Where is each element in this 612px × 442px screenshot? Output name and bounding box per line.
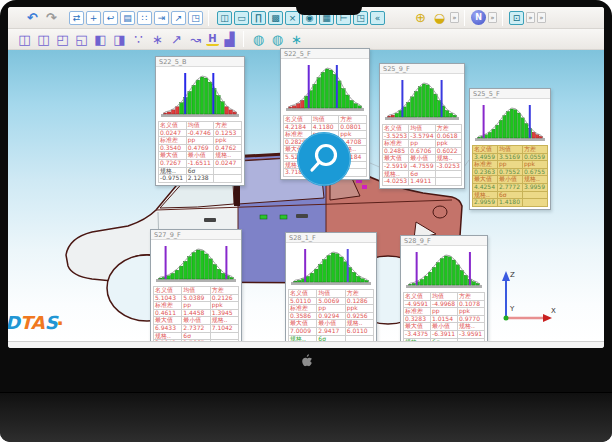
stats-cell: 1.4911 [409,178,435,186]
mirror-wings-icon[interactable]: « [370,11,385,25]
dropdown-expander-icon[interactable]: » [537,12,546,23]
edit-document-icon[interactable]: ↗ [171,11,186,25]
stats-cell: 2.9959 [473,199,498,207]
stats-row: 名义值均值方差 [404,293,485,301]
stats-cell: 0.0559 [523,153,548,161]
dropdown-expander-icon[interactable]: » [450,12,459,23]
locator-pins-icon[interactable]: ∵ [130,31,147,47]
measurement-panel-S28_9_F[interactable]: S28_9_F名义值均值方差-4.9591-4.99680.1078标准差ppp… [400,235,488,348]
stats-cell: -3.0253 [435,162,461,170]
stats-row: 最大值最小值规格.. [154,317,239,325]
stats-row: 4.42542.77723.9959 [473,183,548,191]
stats-cell [523,191,548,199]
measurement-panel-S25_9_F[interactable]: S25_9_F名义值均值方差-3.5253-3.57940.0618标准差ppp… [379,63,465,189]
measurement-panel-S27_9_F[interactable]: S27_9_F名义值均值方差5.10435.03890.2126标准差ppppk… [150,229,242,348]
export-document-icon[interactable]: ⇥ [154,11,169,25]
target-compass-icon[interactable]: ⊕ [412,10,429,26]
box-lock-icon[interactable]: ◨ [111,31,128,47]
tolerance-barrel-alt-icon[interactable]: ◍ [269,31,286,47]
assembly-view-icon[interactable]: ◧ [92,31,109,47]
stats-cell: -4.9968 [431,300,458,308]
report-preview-icon[interactable]: ∷ [137,11,152,25]
undo-icon[interactable]: ↶ [24,10,41,26]
stats-row: 0.0247-0.47460.1253 [159,129,242,137]
import-document-icon[interactable]: ↩ [103,11,118,25]
vector-measure-icon[interactable]: ↗ [168,31,185,47]
stats-row: 名义值均值方差 [154,287,239,295]
stats-table: 名义值均值方差-3.5253-3.57940.0618标准差ppppk0.248… [382,124,462,186]
stats-cell: ppk [458,308,485,316]
stats-cell: 规格.. [383,170,409,178]
stats-row: 标准差ppppk [154,302,239,310]
measurement-panel-S28_1_F[interactable]: S28_1_F名义值均值方差5.01105.00690.1286标准差ppppk… [285,232,377,348]
stats-row: 规格..6σ [154,332,239,340]
measurement-panel-S25_5_F[interactable]: S25_5_F名义值均值方差3.49593.51690.0559标准差ppppk… [469,88,551,210]
dropdown-expander-icon[interactable]: » [526,12,535,23]
stats-row: -4.9591-4.99680.1078 [404,300,485,308]
measurement-panel-S22_5_B[interactable]: S22_5_B名义值均值方差0.0247-0.47460.1253标准差pppp… [155,56,245,186]
copy-document-icon[interactable]: ◳ [188,11,203,25]
view-window-icon[interactable]: ▭ [234,11,249,25]
stats-cell [523,199,548,207]
stack-steps-icon[interactable]: ▟ [221,31,238,47]
stats-cell: 4.1180 [311,123,339,131]
panel-title: S22_5_B [156,57,244,67]
stats-row: 名义值均值方差 [473,146,548,154]
sphere-mode-icon[interactable]: N [471,10,486,25]
stats-cell: 5.0069 [317,297,345,305]
stats-cell: 最小值 [317,320,345,328]
add-clipboard-icon[interactable]: + [86,11,101,25]
protractor-icon[interactable]: ◒ [431,10,448,26]
view-pi-section-icon[interactable]: ∏ [251,11,266,25]
stats-cell: 2.9417 [317,327,345,335]
stats-cell: 规格.. [154,332,182,340]
part-box-icon[interactable]: ◰ [54,31,71,47]
assembly-tree-alt-icon[interactable]: ◫ [35,31,52,47]
stats-cell: 1.4458 [182,309,210,317]
stats-cell: 均值 [431,293,458,301]
height-measure-icon[interactable]: H [206,33,219,46]
monitor-chart-icon[interactable]: ⊡ [509,11,524,25]
part-box-alt-icon[interactable]: ◱ [73,31,90,47]
stats-row: 最大值最小值规格.. [159,152,242,160]
stats-cell: 6σ [186,167,214,175]
stats-cell: 0.0801 [339,123,367,131]
coordinate-triad: Z X Y [502,271,556,322]
point-measure-icon[interactable]: ↝ [187,31,204,47]
stats-row: 3.49593.51690.0559 [473,153,548,161]
stats-cell: 3.4959 [473,153,498,161]
stats-cell: 7.0009 [289,327,317,335]
stats-row: 最大值最小值规格.. [473,176,548,184]
stats-row: 最大值最小值规格.. [383,155,462,163]
stats-row: -3.4375-6.3911-3.9591 [404,330,485,338]
stats-cell: -4.0253 [383,178,409,186]
stats-row: 7.00092.94176.0110 [289,327,374,335]
stats-cell: 方差 [210,287,238,295]
webcam-notch [296,0,362,15]
stats-row: 0.35400.47690.4762 [159,144,242,152]
tolerance-barrel-icon[interactable]: ◍ [250,31,267,47]
snowflake-dof-icon[interactable]: ∗ [288,31,305,47]
redo-icon[interactable]: ↷ [43,10,60,26]
stats-row: 标准差ppppk [159,137,242,145]
dropdown-expander-icon[interactable]: » [488,12,497,23]
logo-tick: ▪ [58,319,63,327]
magnifier-button[interactable] [296,131,352,187]
stats-cell: ppk [523,161,548,169]
stats-cell: 规格.. [473,191,498,199]
logo-letter: D [8,312,20,333]
assembly-tree-icon[interactable]: ◫ [16,31,33,47]
stats-row: -2.5919-4.7559-3.0253 [383,162,462,170]
report-image-icon[interactable]: ▤ [120,11,135,25]
stats-row: 0.7267-1.65110.0247 [159,159,242,167]
view-dotted-region-icon[interactable]: ▩ [268,11,283,25]
dof-node-icon[interactable]: ∗ [149,31,166,47]
stats-cell: 0.3586 [289,312,317,320]
sync-report-icon[interactable]: ⇄ [69,11,84,25]
dtas-logo: DTAS▪ [8,314,63,332]
stats-cell: 标准差 [404,308,431,316]
panel-title: S28_1_F [286,233,376,243]
stats-cell: 5.0110 [289,297,317,305]
view-columns-icon[interactable]: ◫ [217,11,232,25]
stats-cell: 1.0154 [431,315,458,323]
